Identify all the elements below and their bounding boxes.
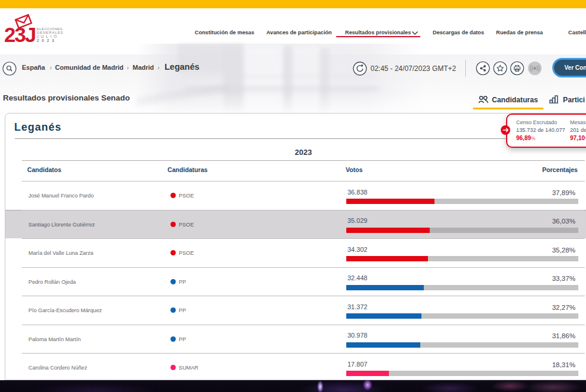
svg-text:2023: 2023: [37, 38, 57, 43]
svg-text:23J: 23J: [4, 23, 36, 45]
svg-text:JULIO: JULIO: [37, 34, 59, 38]
